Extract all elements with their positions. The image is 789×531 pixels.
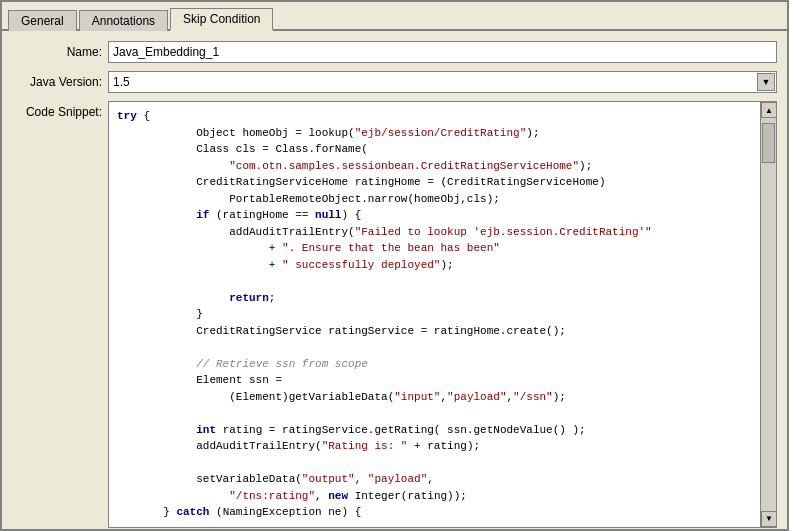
scroll-up-button[interactable]: ▲ bbox=[761, 102, 777, 118]
code-snippet-row: Code Snippet: try { Object homeObj = loo… bbox=[12, 101, 777, 528]
tab-skip-condition[interactable]: Skip Condition bbox=[170, 8, 273, 31]
scroll-thumb[interactable] bbox=[762, 123, 775, 163]
name-row: Name: bbox=[12, 41, 777, 63]
code-snippet-label: Code Snippet: bbox=[12, 101, 102, 119]
java-version-select[interactable]: 1.5 1.6 1.7 1.8 bbox=[108, 71, 777, 93]
code-area-wrapper: try { Object homeObj = lookup("ejb/sessi… bbox=[108, 101, 777, 528]
content-area: Name: Java Version: 1.5 1.6 1.7 1.8 ▼ Co… bbox=[2, 31, 787, 531]
dialog: General Annotations Skip Condition Name:… bbox=[0, 0, 789, 531]
java-version-label: Java Version: bbox=[12, 75, 102, 89]
java-version-row: Java Version: 1.5 1.6 1.7 1.8 ▼ bbox=[12, 71, 777, 93]
vertical-scrollbar[interactable]: ▲ ▼ bbox=[760, 102, 776, 527]
scroll-down-button[interactable]: ▼ bbox=[761, 511, 777, 527]
name-label: Name: bbox=[12, 45, 102, 59]
java-version-select-wrapper: 1.5 1.6 1.7 1.8 ▼ bbox=[108, 71, 777, 93]
name-input[interactable] bbox=[108, 41, 777, 63]
code-editor[interactable]: try { Object homeObj = lookup("ejb/sessi… bbox=[109, 102, 760, 527]
tab-annotations[interactable]: Annotations bbox=[79, 10, 168, 31]
scroll-track bbox=[761, 118, 776, 511]
tab-general[interactable]: General bbox=[8, 10, 77, 31]
tab-bar: General Annotations Skip Condition bbox=[2, 2, 787, 31]
